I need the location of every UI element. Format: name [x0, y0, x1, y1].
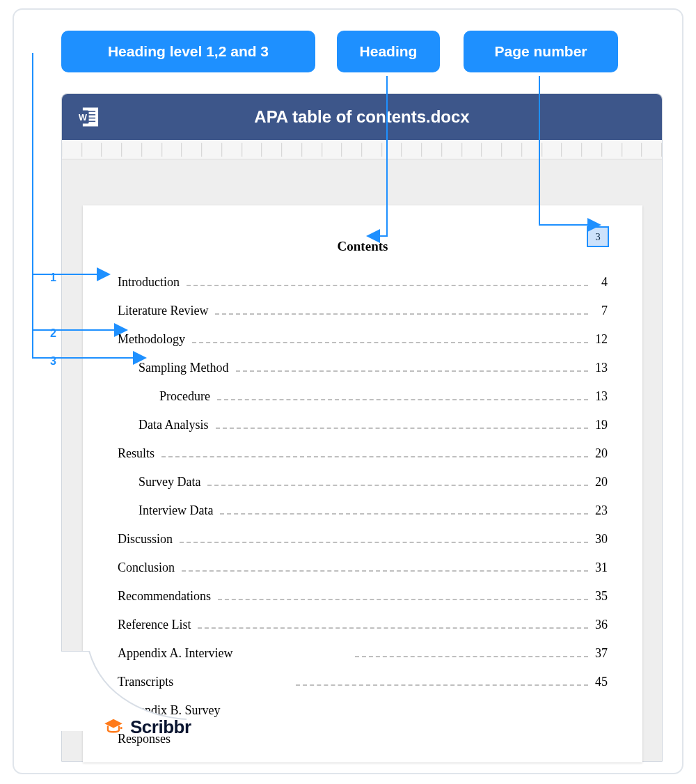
table-of-contents: Introduction4Literature Review7Methodolo… [118, 275, 608, 746]
toc-leader-dots [215, 306, 588, 315]
toc-entry-label: Procedure [159, 389, 214, 404]
toc-leader-dots [228, 706, 589, 714]
toc-entry-label: Discussion [118, 532, 177, 547]
toc-leader-dots [187, 278, 588, 286]
toc-entry-label: Introduction [118, 275, 184, 290]
toc-leader-dots [355, 649, 588, 657]
toc-entry-page: 31 [591, 560, 608, 575]
toc-row: Conclusion31 [118, 560, 608, 575]
toc-entry-page: 19 [591, 418, 608, 432]
level-marker-1: 1 [50, 272, 56, 284]
toc-entry-label: Data Analysis [139, 418, 213, 432]
toc-entry-page: 13 [591, 389, 608, 404]
scribbr-logo: Scribbr [102, 716, 191, 738]
svg-point-8 [120, 727, 122, 729]
toc-entry-label: Interview Data [139, 503, 217, 518]
toc-row: Literature Review7 [118, 304, 608, 318]
toc-leader-dots [217, 392, 588, 400]
window-title: APA table of contents.docx [62, 107, 662, 127]
callout-page-number: Page number [464, 31, 618, 72]
toc-row: Methodology12 [118, 332, 608, 347]
graduation-cap-icon [102, 716, 125, 738]
toc-row: Recommendations35 [118, 589, 608, 604]
toc-entry-label: Literature Review [118, 304, 212, 318]
toc-row: Survey Data20 [118, 475, 608, 489]
ruler [62, 140, 662, 159]
toc-entry-label: Recommendations [118, 589, 215, 604]
page-number-badge: 3 [587, 226, 609, 247]
toc-row: Reference List36 [118, 618, 608, 632]
toc-entry-page: 20 [591, 446, 608, 461]
toc-entry-page: 36 [591, 618, 608, 632]
toc-entry-label: Conclusion [118, 560, 179, 575]
toc-row: Procedure13 [118, 389, 608, 404]
toc-leader-dots [220, 506, 588, 515]
toc-leader-dots [182, 563, 588, 572]
toc-entry-label: Results [118, 446, 159, 461]
toc-leader-dots [218, 592, 588, 600]
toc-row: Transcripts45 [118, 675, 608, 689]
toc-leader-dots [207, 478, 588, 486]
toc-row: Introduction4 [118, 275, 608, 290]
toc-leader-dots [216, 421, 589, 429]
toc-entry-page: 30 [591, 532, 608, 547]
toc-leader-dots [236, 363, 589, 372]
window-titlebar: W APA table of contents.docx [62, 94, 662, 140]
toc-row: Sampling Method13 [118, 361, 608, 375]
toc-row: Interview Data23 [118, 503, 608, 518]
toc-entry-page: 20 [591, 475, 608, 489]
toc-entry-label: Survey Data [139, 475, 205, 489]
toc-leader-dots [180, 535, 588, 543]
contents-heading: Contents [118, 239, 608, 254]
level-marker-3: 3 [50, 355, 56, 368]
toc-row: Data Analysis19 [118, 418, 608, 432]
toc-row: Appendix B. Survey [118, 703, 608, 718]
brand-name: Scribbr [130, 716, 191, 738]
toc-leader-dots [161, 449, 588, 457]
callout-heading-levels: Heading level 1,2 and 3 [61, 31, 315, 72]
toc-row: Results20 [118, 446, 608, 461]
toc-entry-page: 45 [591, 675, 608, 689]
toc-leader-dots [198, 620, 588, 629]
toc-entry-page: 13 [591, 361, 608, 375]
level-marker-2: 2 [50, 327, 56, 340]
toc-entry-label: Reference List [118, 618, 195, 632]
toc-entry-page: 37 [591, 646, 608, 661]
illustration-frame: Heading level 1,2 and 3 Heading Page num… [13, 8, 683, 774]
toc-entry-page: 23 [591, 503, 608, 518]
toc-leader-dots [177, 735, 588, 743]
toc-entry-page: 12 [591, 332, 608, 347]
toc-leader-dots [296, 677, 588, 686]
toc-entry-label: Sampling Method [139, 361, 233, 375]
toc-row: Discussion30 [118, 532, 608, 547]
toc-entry-page: 35 [591, 589, 608, 604]
toc-entry-page: 7 [591, 304, 608, 318]
toc-row: Appendix A. Interview37 [118, 646, 608, 661]
toc-entry-label: Methodology [118, 332, 189, 347]
toc-entry-page: 4 [591, 275, 608, 290]
callout-heading: Heading [337, 31, 440, 72]
toc-leader-dots [192, 335, 588, 343]
